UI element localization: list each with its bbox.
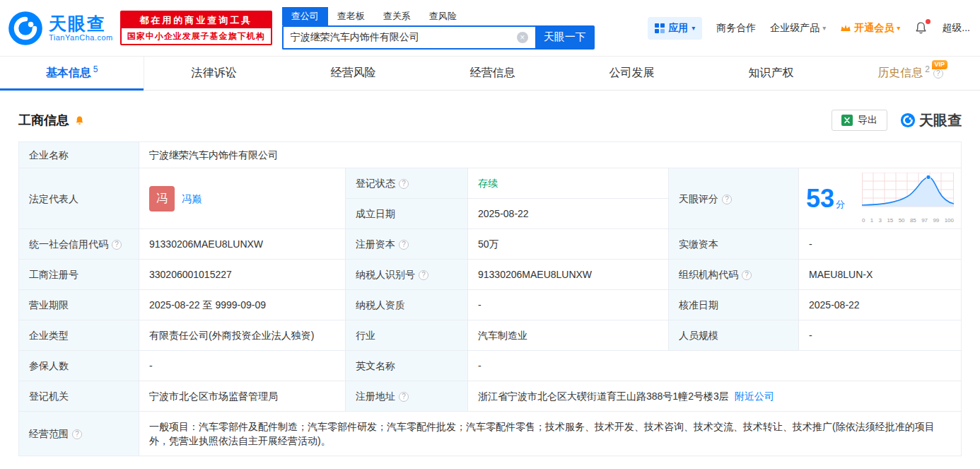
row-credit-code: 统一社会信用代码? 91330206MAEU8LUNXW 注册资本? 50万 实… — [19, 229, 962, 260]
row-reg-number: 工商注册号 330206001015227 纳税人识别号? 91330206MA… — [19, 260, 962, 290]
tab-history-info[interactable]: VIP 历史信息 2 ? — [841, 57, 980, 90]
value-org-code: MAEU8LUN-X — [799, 260, 962, 290]
export-button-label: 导出 — [858, 114, 877, 127]
help-icon[interactable]: ? — [399, 392, 409, 402]
nav-open-membership[interactable]: 开通会员 ▾ — [840, 22, 900, 35]
legal-rep-link[interactable]: 冯巅 — [182, 192, 202, 206]
search-row: × 天眼一下 — [282, 25, 595, 50]
value-reg-status: 存续 — [468, 168, 669, 199]
value-industry: 汽车制造业 — [468, 320, 669, 351]
search-tab-company[interactable]: 查公司 — [282, 7, 328, 25]
value-approval-date: 2025-08-22 — [799, 290, 962, 320]
value-reg-address: 浙江省宁波市北仑区大碶街道育王山路388号1幢2号楼3层附近公司 — [468, 381, 962, 412]
business-info-section-head: 工商信息 导出 天眼查 — [18, 109, 962, 132]
row-company-name: 企业名称 宁波继荣汽车内饰件有限公司 — [19, 142, 962, 168]
search-tab-risk[interactable]: 查风险 — [420, 7, 466, 25]
row-legal-rep-status: 法定代表人 冯 冯巅 登记状态? 存续 天眼评分? 53 分 — [19, 168, 962, 199]
score-curve — [862, 173, 954, 214]
help-icon[interactable]: ? — [933, 69, 943, 79]
score-value: 53 — [806, 186, 834, 212]
axis-tick: 50 — [899, 217, 905, 224]
tab-legal-proceedings[interactable]: 法律诉讼 — [144, 57, 284, 90]
search-input[interactable] — [282, 25, 535, 50]
value-taxpayer-quality: - — [468, 290, 669, 320]
legal-rep-avatar[interactable]: 冯 — [149, 186, 175, 212]
nav-business-cooperation[interactable]: 商务合作 — [716, 22, 756, 35]
label-tyc-score-text: 天眼评分 — [679, 193, 718, 204]
nav-super-vip[interactable]: 超级... — [942, 22, 970, 35]
row-business-scope: 经营范围? 一般项目：汽车零部件及配件制造；汽车零部件研发；汽车零配件批发；汽车… — [19, 412, 962, 456]
help-icon[interactable]: ? — [112, 240, 122, 250]
axis-tick: 85 — [910, 217, 916, 224]
value-taxpayer-id: 91330206MAEU8LUNXW — [468, 260, 669, 290]
tianyancha-logo-icon — [7, 10, 44, 47]
help-icon[interactable]: ? — [399, 179, 409, 189]
label-reg-number: 工商注册号 — [19, 260, 139, 290]
value-company-type: 有限责任公司(外商投资企业法人独资) — [139, 320, 346, 351]
row-business-term: 营业期限 2025-08-22 至 9999-09-09 纳税人资质 - 核准日… — [19, 290, 962, 320]
search-tab-relation[interactable]: 查关系 — [374, 7, 420, 25]
label-reg-capital: 注册资本? — [346, 229, 468, 260]
business-info-table: 企业名称 宁波继荣汽车内饰件有限公司 法定代表人 冯 冯巅 登记状态? 存续 天… — [18, 141, 962, 456]
clear-icon[interactable]: × — [517, 32, 528, 43]
apps-grid-icon — [655, 23, 665, 33]
export-button[interactable]: 导出 — [832, 110, 887, 131]
chevron-down-icon: ▾ — [897, 24, 900, 32]
value-company-name: 宁波继荣汽车内饰件有限公司 — [139, 142, 962, 168]
value-reg-capital: 50万 — [468, 229, 669, 260]
nav-enterprise-products[interactable]: 企业级产品 ▾ — [770, 22, 826, 35]
label-business-term: 营业期限 — [19, 290, 139, 320]
tianyancha-logo[interactable]: 天眼查 TianYanCha.com — [7, 10, 113, 47]
tab-company-development-label: 公司发展 — [609, 66, 655, 81]
tab-intellectual-property[interactable]: 知识产权 — [701, 57, 841, 90]
help-icon[interactable]: ? — [399, 240, 409, 250]
company-section-tabbar: 基本信息 5 法律诉讼 经营风险 经营信息 公司发展 知识产权 VIP 历史信息… — [0, 57, 980, 91]
value-reg-authority: 宁波市北仑区市场监督管理局 — [139, 381, 346, 412]
help-icon[interactable]: ? — [72, 429, 82, 439]
tab-business-info[interactable]: 经营信息 — [423, 57, 562, 90]
vip-badge: VIP — [932, 60, 948, 69]
monitor-bell-icon[interactable] — [74, 115, 85, 126]
help-icon[interactable]: ? — [722, 195, 732, 204]
nav-open-membership-label: 开通会员 — [854, 22, 894, 35]
label-taxpayer-quality: 纳税人资质 — [346, 290, 468, 320]
value-establish-date: 2025-08-22 — [468, 199, 669, 229]
logo-text: 天眼查 TianYanCha.com — [49, 14, 113, 42]
value-staff-size: - — [799, 320, 962, 351]
label-staff-size: 人员规模 — [669, 320, 799, 351]
tianyancha-watermark: 天眼查 — [900, 111, 962, 130]
label-taxpayer-id-text: 纳税人识别号 — [356, 269, 415, 280]
value-business-term: 2025-08-22 至 9999-09-09 — [139, 290, 346, 320]
tab-operational-risk-label: 经营风险 — [331, 66, 376, 81]
tab-basic-info[interactable]: 基本信息 5 — [0, 57, 144, 90]
label-industry: 行业 — [346, 320, 468, 351]
nearby-companies-link[interactable]: 附近公司 — [735, 390, 774, 402]
notifications-button[interactable] — [914, 21, 928, 35]
top-header: 天眼查 TianYanCha.com 都在用的商业查询工具 国家中小企业发展子基… — [0, 0, 980, 57]
value-paid-capital: - — [799, 229, 962, 260]
help-icon[interactable]: ? — [419, 270, 428, 280]
label-tyc-score: 天眼评分? — [669, 168, 799, 229]
label-approval-date: 核准日期 — [669, 290, 799, 320]
search-button[interactable]: 天眼一下 — [535, 25, 595, 50]
row-insured-count: 参保人数 - 英文名称 - — [19, 351, 962, 381]
label-reg-status-text: 登记状态 — [356, 178, 395, 189]
tab-basic-info-count: 5 — [93, 64, 98, 74]
axis-tick: 97 — [921, 217, 928, 224]
tab-operational-risk[interactable]: 经营风险 — [284, 57, 423, 90]
axis-tick: 3 — [879, 217, 882, 224]
tab-company-development[interactable]: 公司发展 — [562, 57, 701, 90]
axis-tick: 1 — [870, 217, 873, 224]
logo-title: 天眼查 — [49, 14, 113, 34]
reg-address-text: 浙江省宁波市北仑区大碶街道育王山路388号1幢2号楼3层 — [478, 390, 729, 402]
search-tab-boss[interactable]: 查老板 — [328, 7, 374, 25]
label-reg-status: 登记状态? — [346, 168, 468, 199]
value-reg-number: 330206001015227 — [139, 260, 346, 290]
row-reg-authority: 登记机关 宁波市北仑区市场监督管理局 注册地址? 浙江省宁波市北仑区大碶街道育王… — [19, 381, 962, 412]
apps-menu[interactable]: 应用 ▾ — [648, 17, 702, 40]
nav-enterprise-products-label: 企业级产品 — [770, 22, 819, 35]
tab-history-info-count: 2 — [925, 64, 930, 74]
help-icon[interactable]: ? — [742, 270, 752, 280]
label-legal-rep: 法定代表人 — [19, 168, 139, 229]
section-head-actions: 导出 天眼查 — [832, 110, 962, 131]
